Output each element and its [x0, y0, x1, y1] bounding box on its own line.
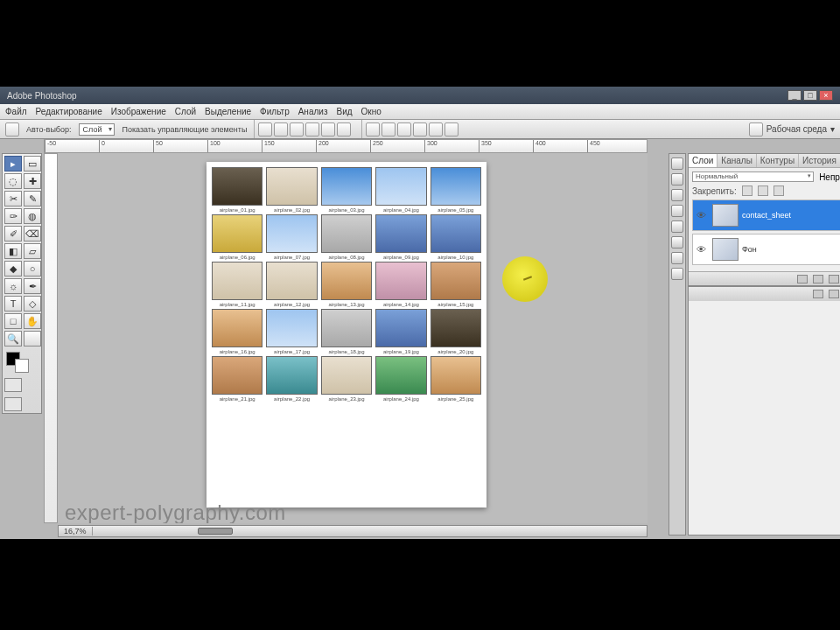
- dock-d3-icon[interactable]: [671, 189, 683, 201]
- menu-image[interactable]: Изображение: [111, 107, 166, 116]
- thumbnail-cell[interactable]: airplane_06.jpg: [212, 214, 262, 260]
- marquee-tool[interactable]: ▭: [24, 156, 41, 172]
- distribute-a-icon[interactable]: [429, 122, 443, 136]
- thumbnail-cell[interactable]: airplane_10.jpg: [430, 214, 481, 260]
- auto-select-dropdown[interactable]: Слой: [79, 123, 116, 136]
- screenmode-toggle[interactable]: [4, 397, 22, 411]
- layer-row[interactable]: 👁Фон: [692, 234, 840, 265]
- menu-analysis[interactable]: Анализ: [298, 107, 328, 116]
- history-brush-tool[interactable]: ◧: [4, 243, 22, 259]
- background-swatch[interactable]: [15, 359, 29, 373]
- thumbnail-cell[interactable]: airplane_08.jpg: [321, 214, 372, 260]
- canvas-area[interactable]: airplane_01.jpgairplane_02.jpgairplane_0…: [58, 153, 648, 523]
- thumbnail-cell[interactable]: airplane_22.jpg: [266, 356, 317, 402]
- title-bar[interactable]: Adobe Photoshop _ □ ×: [0, 87, 840, 104]
- link-layers-icon[interactable]: [797, 275, 808, 284]
- distribute-s-icon[interactable]: [397, 122, 411, 136]
- thumbnail-cell[interactable]: airplane_03.jpg: [321, 167, 372, 213]
- type-tool[interactable]: T: [4, 296, 22, 312]
- menu-view[interactable]: Вид: [336, 107, 352, 116]
- thumbnail-cell[interactable]: airplane_04.jpg: [375, 167, 426, 213]
- blur-tool[interactable]: ○: [24, 261, 41, 276]
- thumbnail-cell[interactable]: airplane_19.jpg: [375, 309, 426, 354]
- menu-filter[interactable]: Фильтр: [260, 107, 290, 116]
- dodge-tool[interactable]: ☼: [4, 278, 22, 294]
- dock-d6-icon[interactable]: [671, 236, 683, 248]
- maximize-button[interactable]: □: [803, 90, 817, 101]
- dock-d7-icon[interactable]: [671, 252, 683, 264]
- thumbnail-cell[interactable]: airplane_21.jpg: [212, 356, 262, 402]
- thumbnail-cell[interactable]: airplane_24.jpg: [375, 356, 426, 402]
- thumbnail-cell[interactable]: airplane_11.jpg: [212, 262, 262, 307]
- align-center-icon[interactable]: [274, 122, 288, 136]
- thumbnail-cell[interactable]: airplane_12.jpg: [266, 262, 317, 307]
- scrollbar-thumb[interactable]: [198, 528, 233, 535]
- visibility-icon[interactable]: 👁: [693, 244, 709, 255]
- lock-position-icon[interactable]: [758, 186, 768, 196]
- ruler-vertical[interactable]: [44, 153, 58, 523]
- thumbnail-cell[interactable]: airplane_02.jpg: [266, 167, 317, 213]
- hand-tool[interactable]: ✋: [24, 313, 41, 329]
- brush-tool[interactable]: ✐: [4, 226, 22, 242]
- pen-tool[interactable]: ✒: [24, 278, 41, 294]
- shape-tool[interactable]: □: [4, 313, 22, 329]
- menu-window[interactable]: Окно: [361, 107, 382, 116]
- spacer[interactable]: [24, 331, 41, 346]
- lock-pixels-icon[interactable]: [742, 186, 752, 196]
- visibility-icon[interactable]: 👁: [693, 210, 709, 220]
- tool-preset-icon[interactable]: [5, 122, 19, 136]
- thumbnail-cell[interactable]: airplane_05.jpg: [430, 167, 481, 213]
- foot-icon-1[interactable]: [813, 290, 823, 298]
- thumbnail-cell[interactable]: airplane_07.jpg: [266, 214, 317, 260]
- path-tool[interactable]: ◇: [24, 296, 41, 312]
- color-swatches[interactable]: [4, 350, 41, 373]
- gradient-tool[interactable]: ◆: [4, 261, 22, 276]
- distribute-e-icon[interactable]: [413, 122, 427, 136]
- layer-style-icon[interactable]: [813, 275, 823, 284]
- layer-mask-icon[interactable]: [829, 275, 839, 284]
- thumbnail-cell[interactable]: airplane_15.jpg: [430, 262, 481, 307]
- distribute-h-icon[interactable]: [366, 122, 380, 136]
- close-button[interactable]: ×: [819, 90, 833, 101]
- layer-row[interactable]: 👁contact_sheet: [692, 200, 840, 231]
- menu-select[interactable]: Выделение: [205, 107, 251, 116]
- eyedropper-tool[interactable]: ✑: [4, 208, 22, 224]
- slice-tool[interactable]: ✎: [24, 191, 41, 206]
- crop-tool[interactable]: ✂: [4, 191, 22, 206]
- align-left-icon[interactable]: [258, 122, 272, 136]
- wand-tool[interactable]: ✚: [24, 173, 41, 189]
- tab-layers[interactable]: Слои: [689, 154, 718, 167]
- minimize-button[interactable]: _: [788, 90, 802, 101]
- thumbnail-cell[interactable]: airplane_18.jpg: [321, 309, 372, 354]
- zoom-level[interactable]: 16,7%: [59, 527, 93, 536]
- thumbnail-cell[interactable]: airplane_09.jpg: [375, 214, 426, 260]
- lasso-tool[interactable]: ◌: [4, 173, 22, 189]
- thumbnail-cell[interactable]: airplane_16.jpg: [212, 309, 262, 354]
- document-page[interactable]: airplane_01.jpgairplane_02.jpgairplane_0…: [206, 162, 486, 508]
- distribute-b-icon[interactable]: [444, 122, 458, 136]
- align-right-icon[interactable]: [290, 122, 304, 136]
- tab-paths[interactable]: Контуры: [757, 154, 799, 167]
- distribute-v-icon[interactable]: [382, 122, 396, 136]
- move-tool[interactable]: ▸: [4, 156, 22, 172]
- thumbnail-cell[interactable]: airplane_20.jpg: [430, 309, 481, 354]
- stamp-tool[interactable]: ⌫: [24, 226, 41, 242]
- workspace-switcher[interactable]: Рабочая среда ▾: [749, 122, 835, 136]
- tab-channels[interactable]: Каналы: [718, 154, 757, 167]
- dock-d8-icon[interactable]: [671, 268, 683, 280]
- menu-layer[interactable]: Слой: [175, 107, 196, 116]
- heal-tool[interactable]: ◍: [24, 208, 41, 224]
- menu-file[interactable]: Файл: [5, 107, 27, 116]
- menu-edit[interactable]: Редактирование: [36, 107, 102, 116]
- align-middle-icon[interactable]: [321, 122, 335, 136]
- thumbnail-cell[interactable]: airplane_23.jpg: [321, 356, 372, 402]
- dock-d2-icon[interactable]: [671, 173, 683, 186]
- lock-all-icon[interactable]: [774, 186, 784, 196]
- dock-d5-icon[interactable]: [671, 220, 683, 233]
- align-bottom-icon[interactable]: [337, 122, 351, 136]
- blend-mode-dropdown[interactable]: Нормальный: [692, 172, 814, 182]
- tab-history[interactable]: История: [799, 154, 840, 167]
- thumbnail-cell[interactable]: airplane_14.jpg: [375, 262, 426, 307]
- dock-d4-icon[interactable]: [671, 205, 683, 217]
- thumbnail-cell[interactable]: airplane_25.jpg: [430, 356, 481, 402]
